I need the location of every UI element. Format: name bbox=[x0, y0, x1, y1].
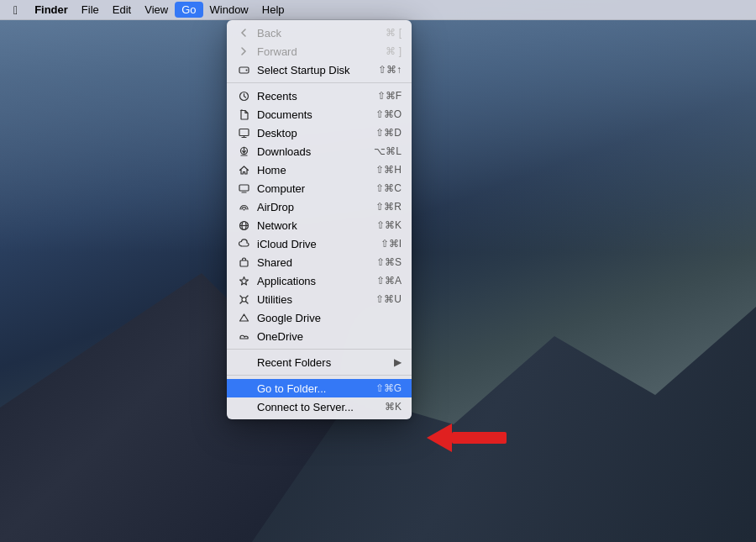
applications-label: Applications bbox=[257, 275, 370, 287]
forward-icon bbox=[237, 45, 250, 58]
finder-menu[interactable]: Finder bbox=[28, 2, 75, 18]
home-label: Home bbox=[257, 164, 369, 176]
shared-label: Shared bbox=[257, 256, 370, 269]
google-drive-label: Google Drive bbox=[257, 312, 395, 324]
connect-server-label: Connect to Server... bbox=[257, 401, 378, 413]
menu-bar:  Finder File Edit View Go Window Help bbox=[0, 0, 756, 20]
applications-icon bbox=[237, 274, 250, 287]
recents-icon bbox=[237, 89, 250, 103]
startup-disk-label: Select Startup Disk bbox=[257, 64, 371, 76]
separator-1 bbox=[227, 82, 412, 83]
view-menu[interactable]: View bbox=[138, 2, 175, 18]
menu-item-applications[interactable]: Applications ⇧⌘A bbox=[227, 271, 412, 290]
go-to-folder-icon bbox=[237, 382, 250, 395]
recents-shortcut: ⇧⌘F bbox=[377, 90, 402, 102]
svg-rect-12 bbox=[452, 432, 507, 444]
downloads-shortcut: ⌥⌘L bbox=[374, 145, 402, 157]
menu-item-home[interactable]: Home ⇧⌘H bbox=[227, 160, 412, 179]
icloud-drive-label: iCloud Drive bbox=[257, 238, 374, 250]
menu-item-documents[interactable]: Documents ⇧⌘O bbox=[227, 105, 412, 124]
arrow-annotation bbox=[410, 417, 511, 459]
svg-point-6 bbox=[243, 208, 244, 210]
icloud-drive-icon bbox=[237, 237, 250, 250]
connect-server-icon bbox=[237, 400, 250, 413]
forward-label: Forward bbox=[257, 45, 379, 58]
applications-shortcut: ⇧⌘A bbox=[376, 275, 402, 287]
back-icon bbox=[237, 26, 250, 39]
forward-shortcut: ⌘ ] bbox=[386, 45, 402, 57]
documents-icon bbox=[237, 108, 250, 121]
go-dropdown-menu: Back ⌘ [ Forward ⌘ ] Select Startup Disk… bbox=[227, 20, 412, 419]
edit-menu[interactable]: Edit bbox=[106, 2, 138, 18]
menu-item-go-to-folder[interactable]: Go to Folder... ⇧⌘G bbox=[227, 379, 412, 397]
apple-menu[interactable]:  bbox=[7, 2, 24, 18]
svg-marker-11 bbox=[427, 424, 452, 452]
onedrive-icon bbox=[237, 329, 250, 343]
back-shortcut: ⌘ [ bbox=[386, 27, 402, 39]
menu-item-onedrive[interactable]: OneDrive bbox=[227, 327, 412, 345]
svg-rect-9 bbox=[240, 260, 248, 266]
documents-shortcut: ⇧⌘O bbox=[375, 108, 402, 120]
startup-disk-icon bbox=[237, 63, 250, 76]
onedrive-label: OneDrive bbox=[257, 330, 395, 343]
menu-item-airdrop[interactable]: AirDrop ⇧⌘R bbox=[227, 197, 412, 216]
svg-point-1 bbox=[245, 69, 247, 71]
svg-rect-5 bbox=[239, 185, 249, 191]
menu-item-computer[interactable]: Computer ⇧⌘C bbox=[227, 179, 412, 197]
back-label: Back bbox=[257, 27, 379, 39]
desktop-icon bbox=[237, 126, 250, 139]
airdrop-label: AirDrop bbox=[257, 201, 369, 213]
startup-disk-shortcut: ⇧⌘↑ bbox=[378, 64, 402, 76]
menu-item-google-drive[interactable]: Google Drive bbox=[227, 308, 412, 327]
network-icon bbox=[237, 218, 250, 232]
home-icon bbox=[237, 163, 250, 176]
airdrop-icon bbox=[237, 200, 250, 213]
connect-server-shortcut: ⌘K bbox=[385, 401, 402, 413]
desktop-shortcut: ⇧⌘D bbox=[375, 127, 402, 139]
menu-item-utilities[interactable]: Utilities ⇧⌘U bbox=[227, 290, 412, 308]
recent-folders-icon bbox=[237, 355, 250, 369]
menu-item-recents[interactable]: Recents ⇧⌘F bbox=[227, 87, 412, 105]
network-label: Network bbox=[257, 219, 370, 232]
icloud-drive-shortcut: ⇧⌘I bbox=[381, 238, 402, 250]
recent-folders-label: Recent Folders bbox=[257, 356, 387, 369]
go-menu[interactable]: Go bbox=[175, 2, 202, 18]
window-menu[interactable]: Window bbox=[203, 2, 255, 18]
recent-folders-arrow: ▶ bbox=[394, 356, 402, 368]
downloads-label: Downloads bbox=[257, 145, 367, 158]
utilities-shortcut: ⇧⌘U bbox=[375, 293, 402, 305]
menu-item-connect-to-server[interactable]: Connect to Server... ⌘K bbox=[227, 397, 412, 416]
menu-item-back[interactable]: Back ⌘ [ bbox=[227, 24, 412, 42]
shared-icon bbox=[237, 255, 250, 269]
network-shortcut: ⇧⌘K bbox=[376, 219, 402, 231]
recents-label: Recents bbox=[257, 90, 370, 103]
google-drive-icon bbox=[237, 311, 250, 324]
menu-item-recent-folders[interactable]: Recent Folders ▶ bbox=[227, 353, 412, 371]
separator-3 bbox=[227, 375, 412, 376]
airdrop-shortcut: ⇧⌘R bbox=[375, 201, 402, 213]
svg-point-10 bbox=[242, 297, 246, 302]
menu-item-forward[interactable]: Forward ⌘ ] bbox=[227, 42, 412, 61]
utilities-icon bbox=[237, 292, 250, 306]
shared-shortcut: ⇧⌘S bbox=[376, 256, 402, 268]
desktop:  Finder File Edit View Go Window Help B… bbox=[0, 0, 756, 542]
menu-item-shared[interactable]: Shared ⇧⌘S bbox=[227, 253, 412, 271]
computer-label: Computer bbox=[257, 182, 369, 195]
separator-2 bbox=[227, 349, 412, 350]
menu-item-network[interactable]: Network ⇧⌘K bbox=[227, 216, 412, 234]
menu-item-startup-disk[interactable]: Select Startup Disk ⇧⌘↑ bbox=[227, 61, 412, 79]
home-shortcut: ⇧⌘H bbox=[375, 164, 402, 176]
utilities-label: Utilities bbox=[257, 293, 369, 306]
menu-item-downloads[interactable]: Downloads ⌥⌘L bbox=[227, 142, 412, 160]
computer-shortcut: ⇧⌘C bbox=[375, 182, 402, 194]
file-menu[interactable]: File bbox=[75, 2, 106, 18]
downloads-icon bbox=[237, 145, 250, 158]
svg-rect-3 bbox=[239, 129, 249, 135]
documents-label: Documents bbox=[257, 108, 369, 121]
menu-item-desktop[interactable]: Desktop ⇧⌘D bbox=[227, 124, 412, 142]
help-menu[interactable]: Help bbox=[255, 2, 291, 18]
computer-icon bbox=[237, 182, 250, 195]
go-to-folder-shortcut: ⇧⌘G bbox=[375, 382, 402, 394]
menu-item-icloud-drive[interactable]: iCloud Drive ⇧⌘I bbox=[227, 234, 412, 253]
go-to-folder-label: Go to Folder... bbox=[257, 382, 369, 395]
